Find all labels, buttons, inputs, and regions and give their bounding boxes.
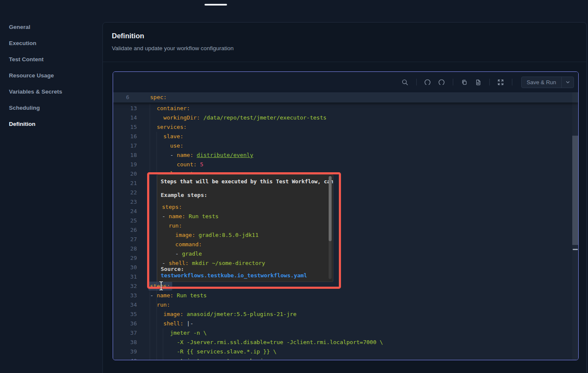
line-content: - name: distribute/evenly [150,151,253,160]
line-number: 36 [113,319,137,328]
panel-divider [103,62,586,62]
line-number: 35 [113,310,137,319]
sidebar-item-execution[interactable]: Execution [0,35,102,51]
line-number: 37 [113,328,137,338]
code-line-38[interactable]: 38 -X -Jserver.rmi.ssl.disable=true -Jcl… [113,338,578,347]
code-area[interactable]: 13 container:14 workingDir: /data/repo/t… [113,92,578,360]
toolbar-divider [489,79,490,85]
sidebar: GeneralExecutionTest ContentResource Usa… [0,19,102,132]
line-number: 27 [113,235,137,244]
sticky-line-number: 6 [113,92,129,103]
line-number: 21 [113,179,137,188]
code-line-18[interactable]: 18 - name: distribute/evenly [113,151,578,160]
definition-panel: Definition Validate and update your work… [102,22,587,373]
line-content: services: [150,122,187,132]
line-content: slave: [150,132,183,141]
line-number: 17 [113,141,137,151]
line-content: workingDir: /data/repo/test/jmeter/execu… [150,113,327,122]
sidebar-item-variables-secrets[interactable]: Variables & Secrets [0,84,102,100]
redo-icon[interactable] [437,77,446,87]
code-line-13[interactable]: 13 container: [113,104,578,113]
code-line-36[interactable]: 36 shell: |- [113,319,578,328]
file-icon[interactable] [474,77,483,87]
save-and-run-button[interactable]: Save & Run [521,77,574,88]
copy-icon[interactable] [460,77,469,87]
line-number: 39 [113,347,137,356]
sidebar-item-definition[interactable]: Definition [0,116,102,132]
line-number: 16 [113,132,137,141]
code-line-16[interactable]: 16 slave: [113,132,578,141]
line-number: 40 [113,356,137,360]
code-line-34[interactable]: 34 run: [113,300,578,310]
sticky-line-code: spec: [150,92,167,103]
code-line-39[interactable]: 39 -R {{ services.slave.*.ip }} \ [113,347,578,356]
toolbar-divider [512,79,512,85]
yaml-editor[interactable]: Save & Run 13 container:14 workingDir: /… [113,71,579,360]
line-number: 24 [113,207,137,216]
line-content: -X -Jserver.rmi.ssl.disable=true -Jclien… [150,338,383,347]
line-content: -t jmeter-executor-smoke.jmx [150,356,270,360]
scrollbar-cursor-marker [573,249,578,250]
undo-icon[interactable] [423,77,432,87]
toolbar-divider [416,79,417,85]
chevron-down-icon[interactable] [562,80,574,85]
line-number: 14 [113,113,137,122]
text-cursor-icon [158,281,164,293]
code-line-40[interactable]: 40 -t jmeter-executor-smoke.jmx [113,356,578,360]
sticky-scroll-line[interactable]: 6 spec: [113,92,578,103]
sidebar-item-test-content[interactable]: Test Content [0,51,102,68]
line-content: -R {{ services.slave.*.ip }} \ [150,347,276,356]
line-number: 33 [113,291,137,300]
sidebar-item-resource-usage[interactable]: Resource Usage [0,68,102,84]
code-line-37[interactable]: 37 jmeter -n \ [113,328,578,338]
line-number: 29 [113,253,137,263]
line-number: 18 [113,151,137,160]
search-icon[interactable] [401,77,410,87]
sidebar-item-scheduling[interactable]: Scheduling [0,100,102,116]
code-line-17[interactable]: 17 use: [113,141,578,151]
page-subtitle: Validate and update your workflow config… [112,45,233,51]
line-content: container: [150,104,190,113]
line-content: count: 5 [150,160,203,169]
line-number: 13 [113,104,137,113]
scrollbar-thumb[interactable] [572,136,578,245]
page-title: Definition [112,32,144,40]
line-number: 26 [113,225,137,235]
line-content: jmeter -n \ [150,328,207,338]
save-and-run-label: Save & Run [522,79,561,85]
editor-scrollbar[interactable] [572,92,578,360]
line-number: 15 [113,122,137,132]
line-number: 22 [113,188,137,197]
toolbar-divider [453,79,453,85]
code-line-35[interactable]: 35 image: anasoid/jmeter:5.5-plugins-21-… [113,310,578,319]
line-number: 25 [113,216,137,225]
expand-icon[interactable] [496,77,506,87]
line-number: 23 [113,197,137,207]
line-content: shell: |- [150,319,193,328]
line-number: 20 [113,169,137,179]
editor-toolbar: Save & Run [113,72,578,92]
line-content: image: anasoid/jmeter:5.5-plugins-21-jre [150,310,296,319]
line-number: 34 [113,300,137,310]
line-content: use: [150,141,183,151]
page: { "top_indicator": { "style": "drag-hand… [0,0,588,373]
line-number: 38 [113,338,137,347]
sidebar-item-general[interactable]: General [0,19,102,35]
code-line-14[interactable]: 14 workingDir: /data/repo/test/jmeter/ex… [113,113,578,122]
code-line-19[interactable]: 19 count: 5 [113,160,578,169]
annotation-highlight-box [147,172,341,289]
line-number: 30 [113,263,137,272]
line-number: 19 [113,160,137,169]
code-line-33[interactable]: 33- name: Run tests [113,291,578,300]
code-line-15[interactable]: 15 services: [113,122,578,132]
line-number: 31 [113,272,137,282]
window-drag-indicator [205,4,227,6]
line-content: run: [150,300,170,310]
line-number: 28 [113,244,137,253]
line-number: 32 [113,282,137,291]
